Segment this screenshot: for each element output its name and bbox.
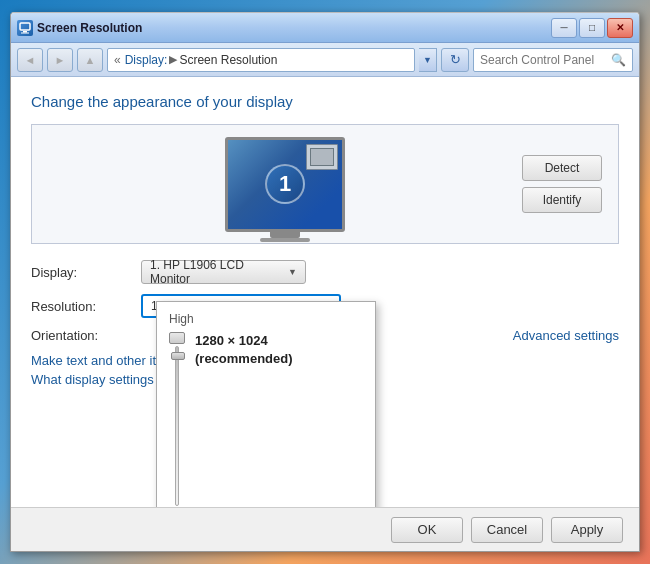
page-title: Change the appearance of your display bbox=[31, 93, 619, 110]
minimize-button[interactable]: ─ bbox=[551, 18, 577, 38]
svg-rect-1 bbox=[23, 31, 27, 33]
breadcrumb-display[interactable]: Display: bbox=[125, 53, 168, 67]
slider-container: 1280 × 1024 (recommended) bbox=[169, 332, 363, 506]
recommended-resolution: 1280 × 1024 (recommended) bbox=[195, 332, 363, 368]
resolution-text-area: 1280 × 1024 (recommended) bbox=[195, 332, 363, 368]
apply-button[interactable]: Apply bbox=[551, 517, 623, 543]
title-bar: Screen Resolution ─ □ ✕ bbox=[11, 13, 639, 43]
maximize-button[interactable]: □ bbox=[579, 18, 605, 38]
advanced-settings-link[interactable]: Advanced settings bbox=[513, 328, 619, 343]
forward-button[interactable]: ► bbox=[47, 48, 73, 72]
window-title: Screen Resolution bbox=[37, 21, 142, 35]
search-box: 🔍 bbox=[473, 48, 633, 72]
address-bar: ◄ ► ▲ « Display: ▶ Screen Resolution ▼ ↻… bbox=[11, 43, 639, 77]
popup-high-label: High bbox=[169, 312, 363, 326]
slider-track-area bbox=[169, 332, 185, 506]
slider-indicator bbox=[169, 332, 185, 344]
breadcrumb-bar: « Display: ▶ Screen Resolution bbox=[107, 48, 415, 72]
display-label: Display: bbox=[31, 265, 141, 280]
breadcrumb-arrow-icon: ▶ bbox=[169, 53, 177, 66]
identify-button[interactable]: Identify bbox=[522, 187, 602, 213]
up-button[interactable]: ▲ bbox=[77, 48, 103, 72]
close-button[interactable]: ✕ bbox=[607, 18, 633, 38]
ok-button[interactable]: OK bbox=[391, 517, 463, 543]
resolution-label: Resolution: bbox=[31, 299, 141, 314]
content-area: Change the appearance of your display 1 bbox=[11, 77, 639, 507]
slider-thumb[interactable] bbox=[171, 352, 185, 360]
refresh-button[interactable]: ↻ bbox=[441, 48, 469, 72]
monitor-display: 1 bbox=[225, 137, 345, 232]
display-dropdown[interactable]: 1. HP L1906 LCD Monitor ▼ bbox=[141, 260, 306, 284]
monitor-image: 1 bbox=[225, 137, 345, 232]
monitor-area: 1 Detect Identify bbox=[31, 124, 619, 244]
title-bar-controls: ─ □ ✕ bbox=[551, 18, 633, 38]
display-row: Display: 1. HP L1906 LCD Monitor ▼ bbox=[31, 260, 619, 284]
display-value: 1. HP L1906 LCD Monitor bbox=[150, 258, 278, 286]
resolution-popup: High 1280 × 1024 (recommended) 800 × 600… bbox=[156, 301, 376, 507]
title-bar-left: Screen Resolution bbox=[17, 20, 142, 36]
detect-button[interactable]: Detect bbox=[522, 155, 602, 181]
orientation-label: Orientation: bbox=[31, 328, 141, 343]
svg-rect-0 bbox=[20, 23, 30, 30]
breadcrumb-dropdown-btn[interactable]: ▼ bbox=[419, 48, 437, 72]
breadcrumb-separator: « bbox=[114, 53, 121, 67]
bottom-bar: OK Cancel Apply bbox=[11, 507, 639, 551]
search-input[interactable] bbox=[480, 53, 607, 67]
svg-rect-2 bbox=[21, 32, 29, 33]
monitor-number: 1 bbox=[265, 164, 305, 204]
back-button[interactable]: ◄ bbox=[17, 48, 43, 72]
display-dropdown-arrow: ▼ bbox=[288, 267, 297, 277]
search-icon[interactable]: 🔍 bbox=[611, 53, 626, 67]
main-window: Screen Resolution ─ □ ✕ ◄ ► ▲ « Display:… bbox=[10, 12, 640, 552]
cancel-button[interactable]: Cancel bbox=[471, 517, 543, 543]
detect-identify-buttons: Detect Identify bbox=[522, 155, 602, 213]
window-icon bbox=[17, 20, 33, 36]
slider-track[interactable] bbox=[175, 346, 179, 506]
breadcrumb-screen-resolution: Screen Resolution bbox=[179, 53, 277, 67]
